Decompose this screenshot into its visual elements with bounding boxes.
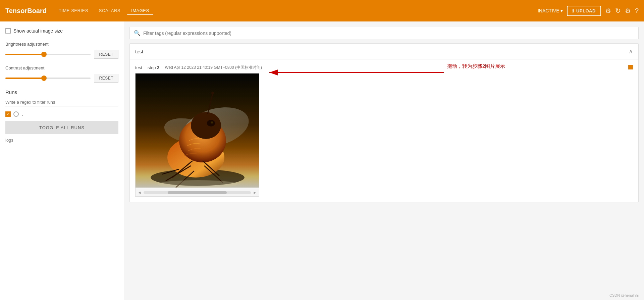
svg-point-11 [207,120,215,127]
runs-title: Runs [5,89,118,95]
show-image-size-checkbox[interactable] [5,28,11,34]
tag-header: test ∧ [130,44,638,59]
brightness-section: Brightness adjustment RESET [5,42,118,59]
footer: CSDN @henulnhi [609,293,639,297]
nav-images[interactable]: IMAGES [127,7,153,15]
contrast-slider-track[interactable] [5,78,91,79]
image-container: ◄ ► [135,73,259,197]
contrast-reset-button[interactable]: RESET [94,74,118,83]
logo: TensorBoard [5,7,47,15]
info-icon: ℹ [572,8,574,13]
filter-tags-input[interactable] [143,31,634,36]
sidebar: Show actual image size Brightness adjust… [0,21,124,300]
brightness-slider-row: RESET [5,50,118,59]
run-radio[interactable] [13,111,19,117]
svg-point-12 [211,121,213,123]
contrast-section: Contrast adjustment RESET [5,65,118,83]
toggle-all-runs-button[interactable]: TOGGLE ALL RUNS [5,121,118,134]
svg-point-8 [191,112,221,139]
brightness-slider-fill [5,54,44,55]
content-area: 🔍 test ∧ test step 2 Wed Apr 12 2023 21:… [124,21,644,300]
filter-runs-input[interactable] [5,98,118,106]
nav-time-series[interactable]: TIME SERIES [55,7,92,15]
chevron-down-icon: ▾ [560,8,563,13]
contrast-slider-row: RESET [5,74,118,83]
brightness-slider-thumb[interactable] [41,52,47,57]
scroll-left-arrow[interactable]: ◄ [138,190,142,195]
contrast-slider-fill [5,78,44,79]
header-right: INACTIVE ▾ ℹ UPLOAD ⚙ ↻ ⚙ ? [538,6,639,16]
contrast-slider-thumb[interactable] [41,76,47,81]
filter-bar: 🔍 [129,27,639,39]
scroll-track[interactable] [144,191,251,194]
status-selector[interactable]: INACTIVE ▾ [538,8,563,13]
tag-section: test ∧ test step 2 Wed Apr 12 2023 21:40… [129,43,639,202]
run-checkbox[interactable]: ✓ [5,111,11,117]
annotation-text-label: 拖动，转为步骤2图片展示 [447,63,505,69]
logs-label: logs [5,138,118,143]
bee-image [136,73,259,188]
contrast-label: Contrast adjustment [5,65,118,70]
runs-section: Runs ✓ . TOGGLE ALL RUNS logs [5,89,118,143]
svg-point-10 [211,92,214,94]
run-row: ✓ . [5,111,118,117]
image-tag-label: test [135,65,142,70]
annotation-arrow [259,66,461,80]
help-icon[interactable]: ? [635,7,639,15]
nav-links: TIME SERIES SCALARS IMAGES [55,7,530,15]
brightness-label: Brightness adjustment [5,42,118,47]
horizontal-scrollbar[interactable]: ◄ ► [136,189,259,196]
timestamp-label: Wed Apr 12 2023 21:40:19 GMT+0800 (中国标准时… [165,65,262,70]
show-image-size-row: Show actual image size [5,28,118,34]
search-icon: 🔍 [134,30,141,36]
main-layout: Show actual image size Brightness adjust… [0,21,644,300]
collapse-icon[interactable]: ∧ [629,48,633,55]
nav-scalars[interactable]: SCALARS [95,7,124,15]
image-card: test step 2 Wed Apr 12 2023 21:40:19 GMT… [130,59,638,202]
header: TensorBoard TIME SERIES SCALARS IMAGES I… [0,0,644,21]
brightness-reset-button[interactable]: RESET [94,50,118,59]
show-image-size-label: Show actual image size [13,28,63,34]
account-icon[interactable]: ⚙ [605,7,611,15]
brightness-slider-track[interactable] [5,54,91,55]
scroll-thumb[interactable] [168,191,227,194]
run-dot-label: . [21,111,23,117]
scroll-right-arrow[interactable]: ► [253,190,257,195]
orange-indicator [628,65,633,69]
footer-text: CSDN @henulnhi [609,293,639,297]
settings-icon[interactable]: ⚙ [625,7,631,15]
tag-section-name: test [135,49,143,54]
step-label: step 2 [148,65,159,70]
upload-button[interactable]: ℹ UPLOAD [567,6,601,16]
refresh-icon[interactable]: ↻ [615,7,621,15]
